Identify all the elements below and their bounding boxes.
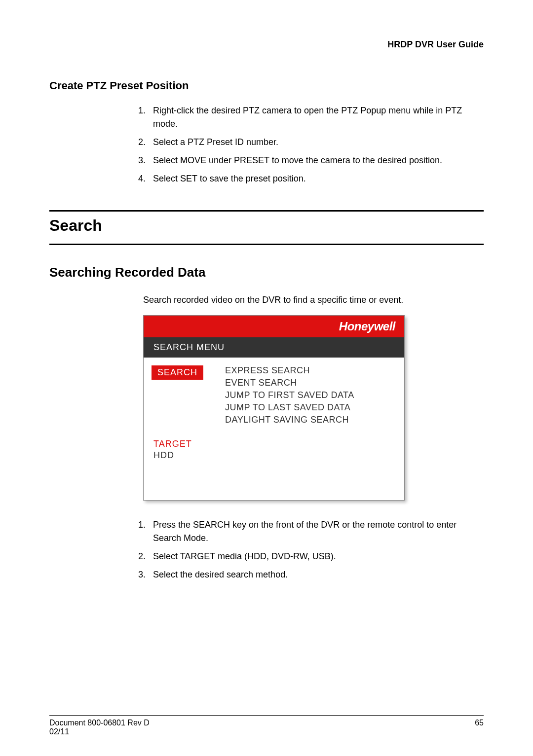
page: HRDP DVR User Guide Create PTZ Preset Po… <box>0 0 533 756</box>
page-number: 65 <box>475 719 484 736</box>
menu-left-column: SEARCH TARGET HDD <box>144 358 220 500</box>
divider <box>49 244 484 245</box>
section-create-ptz-title: Create PTZ Preset Position <box>49 79 484 92</box>
list-item: Select TARGET media (HDD, DVD-RW, USB). <box>148 550 484 563</box>
brand-logo: Honeywell <box>339 320 395 333</box>
create-ptz-steps: Right-click the desired PTZ camera to op… <box>148 104 484 190</box>
search-menu-screenshot: Honeywell SEARCH MENU SEARCH TARGET HDD … <box>143 315 405 501</box>
footer-left: Document 800-06801 Rev D 02/11 <box>49 719 150 736</box>
menu-option-jump-first[interactable]: JUMP TO FIRST SAVED DATA <box>225 390 396 400</box>
list-item: Select SET to save the preset position. <box>148 172 484 185</box>
doc-title: HRDP DVR User Guide <box>49 39 484 50</box>
list-item: Press the SEARCH key on the front of the… <box>148 518 484 545</box>
menu-option-jump-last[interactable]: JUMP TO LAST SAVED DATA <box>225 402 396 413</box>
list-item: Right-click the desired PTZ camera to op… <box>148 104 484 131</box>
menu-option-express-search[interactable]: EXPRESS SEARCH <box>225 365 396 376</box>
list-item: Select a PTZ Preset ID number. <box>148 136 484 149</box>
list-item: Select MOVE under PRESET to move the cam… <box>148 154 484 167</box>
brand-bar: Honeywell <box>144 316 404 337</box>
target-label: TARGET <box>152 439 220 449</box>
target-value[interactable]: HDD <box>152 450 220 461</box>
menu-body: SEARCH TARGET HDD EXPRESS SEARCH EVENT S… <box>144 358 404 500</box>
list-item: Select the desired search method. <box>148 568 484 581</box>
footer: Document 800-06801 Rev D 02/11 65 <box>49 716 484 736</box>
section-search-title: Search <box>49 216 484 235</box>
menu-option-daylight-saving[interactable]: DAYLIGHT SAVING SEARCH <box>225 415 396 425</box>
search-steps: Press the SEARCH key on the front of the… <box>148 518 484 586</box>
menu-title: SEARCH MENU <box>144 337 404 358</box>
document-id: Document 800-06801 Rev D <box>49 719 150 727</box>
tab-search[interactable]: SEARCH <box>152 365 203 380</box>
menu-option-event-search[interactable]: EVENT SEARCH <box>225 378 396 388</box>
divider <box>49 210 484 212</box>
document-date: 02/11 <box>49 727 150 736</box>
menu-right-column: EXPRESS SEARCH EVENT SEARCH JUMP TO FIRS… <box>220 358 404 500</box>
section-searching-recorded-title: Searching Recorded Data <box>49 265 484 280</box>
intro-text: Search recorded video on the DVR to find… <box>143 295 484 305</box>
